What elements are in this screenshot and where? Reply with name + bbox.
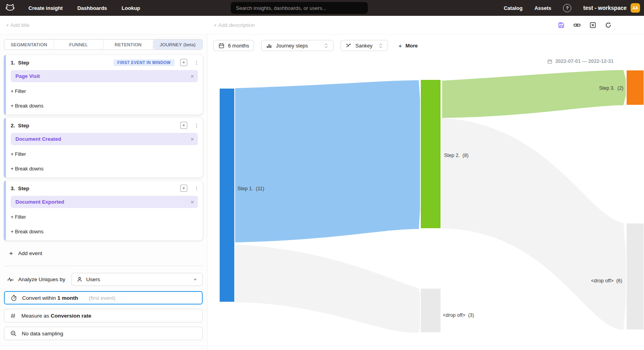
measure-prefix: Measure as xyxy=(21,313,49,319)
step-card-2: 2. Step + ⋮ Document Created × + Filter … xyxy=(4,118,203,178)
node-step1[interactable] xyxy=(219,88,235,302)
flow-step1-dropoff[interactable] xyxy=(235,244,424,333)
step-menu-icon[interactable]: ⋮ xyxy=(194,60,198,66)
sampling-label: No data sampling xyxy=(22,331,63,337)
viz-type-select[interactable]: Sankey xyxy=(341,40,388,51)
add-event-button[interactable]: + Add event xyxy=(9,250,203,257)
save-icon[interactable] xyxy=(558,22,565,28)
user-icon xyxy=(77,276,83,282)
top-nav-right: Catalog Assets ? test - workspace AA xyxy=(504,0,640,16)
plus-icon: + xyxy=(9,250,13,257)
close-box-icon[interactable] xyxy=(589,22,596,28)
step-index: 2. xyxy=(11,123,15,129)
add-description-field[interactable]: + Add description xyxy=(214,22,255,28)
nav-assets[interactable]: Assets xyxy=(535,5,552,11)
nav-create-insight[interactable]: Create insight xyxy=(28,5,63,11)
step-card-3: 3. Step + ⋮ Document Exported × + Filter… xyxy=(4,181,203,240)
step-title: Step xyxy=(18,60,29,66)
close-icon[interactable]: × xyxy=(190,73,194,79)
flow-step2-dropoff[interactable] xyxy=(442,118,628,330)
chevron-updown-icon xyxy=(324,43,328,49)
add-breakdown-link[interactable]: + Break downs xyxy=(11,229,198,235)
global-search-input[interactable]: Search insights, dashboards, or users... xyxy=(231,2,368,14)
convert-text: Convert within 1 month xyxy=(22,295,78,301)
flow-step2-step3[interactable] xyxy=(442,70,628,118)
add-breakdown-link[interactable]: + Break downs xyxy=(11,103,198,109)
bar-chart-icon xyxy=(266,43,272,49)
add-filter-link[interactable]: + Filter xyxy=(11,214,198,220)
measure-text: Measure as Conversion rate xyxy=(21,313,91,319)
event-pill[interactable]: Document Created × xyxy=(11,133,198,145)
more-label: More xyxy=(405,43,418,49)
close-icon[interactable]: × xyxy=(190,199,194,205)
date-range-button[interactable]: 6 months xyxy=(213,40,254,51)
workspace-menu[interactable]: test - workspace AA xyxy=(583,3,640,13)
calendar-icon xyxy=(218,43,224,49)
tab-segmentation[interactable]: SEGMENTATION xyxy=(4,40,54,49)
convert-within-setting[interactable]: Convert within 1 month (first event) xyxy=(4,291,203,305)
tab-retention[interactable]: RETENTION xyxy=(104,40,153,49)
help-icon[interactable]: ? xyxy=(563,4,571,12)
first-event-badge: FIRST EVENT IN WINDOW xyxy=(113,59,175,66)
node-step3[interactable] xyxy=(626,70,644,105)
add-filter-link[interactable]: + Filter xyxy=(11,89,198,94)
step-header: 1. Step FIRST EVENT IN WINDOW + ⋮ xyxy=(11,59,198,66)
calendar-icon xyxy=(547,59,552,64)
chart-type-value: Journey steps xyxy=(276,43,308,49)
data-sampling-setting[interactable]: No data sampling xyxy=(4,327,203,340)
step-menu-icon[interactable]: ⋮ xyxy=(194,185,198,191)
nav-catalog[interactable]: Catalog xyxy=(504,5,523,11)
chart-type-select[interactable]: Journey steps xyxy=(261,40,333,51)
add-step-event-button[interactable]: + xyxy=(180,185,187,192)
step-card-1: 1. Step FIRST EVENT IN WINDOW + ⋮ Page V… xyxy=(4,55,203,115)
query-builder-panel: SEGMENTATION FUNNEL RETENTION JOURNEY (b… xyxy=(0,34,207,350)
add-step-event-button[interactable]: + xyxy=(180,59,187,66)
step-menu-icon[interactable]: ⋮ xyxy=(194,123,198,129)
close-icon[interactable]: × xyxy=(190,136,194,142)
step-index: 1. xyxy=(11,60,15,66)
refresh-icon[interactable] xyxy=(605,22,612,28)
add-step-event-button[interactable]: + xyxy=(180,122,187,129)
add-title-field[interactable]: + Add title xyxy=(6,22,30,28)
more-button[interactable]: + More xyxy=(398,42,418,49)
event-pill[interactable]: Document Exported × xyxy=(11,196,198,208)
main-content: SEGMENTATION FUNNEL RETENTION JOURNEY (b… xyxy=(0,34,644,350)
label-step2: Step 2. (8) xyxy=(444,153,469,158)
add-breakdown-link[interactable]: + Break downs xyxy=(11,166,198,172)
date-range-display: 2022-07-01 — 2022-12-31 xyxy=(213,58,644,64)
link-icon[interactable] xyxy=(573,22,581,28)
analyze-by-select[interactable]: Users xyxy=(72,273,203,286)
measure-as-setting[interactable]: Measure as Conversion rate xyxy=(4,309,203,322)
top-nav-menu: Create insight Dashboards Lookup xyxy=(28,5,140,11)
label-step3: Step 3. (2) xyxy=(599,85,623,91)
add-filter-link[interactable]: + Filter xyxy=(11,151,198,157)
tab-funnel[interactable]: FUNNEL xyxy=(54,40,104,49)
measure-value: Conversion rate xyxy=(51,313,91,319)
node-step2[interactable] xyxy=(420,79,441,229)
label-dropoff-step1: <drop off> (3) xyxy=(443,312,474,318)
avatar[interactable]: AA xyxy=(631,3,640,13)
hash-icon xyxy=(10,313,16,319)
add-event-label: Add event xyxy=(18,250,42,256)
chevron-down-icon xyxy=(193,278,198,281)
sankey-chart[interactable]: Step 1. (11) Step 2. (8) Step 3. (2) <dr… xyxy=(211,68,644,338)
activity-icon xyxy=(7,276,14,282)
step-header: 2. Step + ⋮ xyxy=(11,122,198,129)
date-range-text: 2022-07-01 — 2022-12-31 xyxy=(555,59,614,64)
flow-step1-step2[interactable] xyxy=(235,80,424,242)
step-title: Step xyxy=(18,185,29,191)
node-dropoff-step1[interactable] xyxy=(420,288,441,333)
convert-value: 1 month xyxy=(57,295,78,301)
chevron-updown-icon xyxy=(378,43,383,49)
nav-dashboards[interactable]: Dashboards xyxy=(77,5,107,11)
nav-lookup[interactable]: Lookup xyxy=(122,5,140,11)
chart-panel: 6 months Journey steps xyxy=(207,34,644,350)
step-header: 3. Step + ⋮ xyxy=(11,185,198,192)
event-pill[interactable]: Page Visit × xyxy=(11,70,198,82)
node-dropoff-step2[interactable] xyxy=(626,223,644,330)
tab-journey[interactable]: JOURNEY (beta) xyxy=(153,40,203,49)
cat-logo[interactable] xyxy=(3,1,17,15)
analyze-row: Analyze Uniques by Users xyxy=(4,273,203,286)
step-index: 3. xyxy=(11,185,15,191)
event-name: Page Visit xyxy=(15,73,40,79)
